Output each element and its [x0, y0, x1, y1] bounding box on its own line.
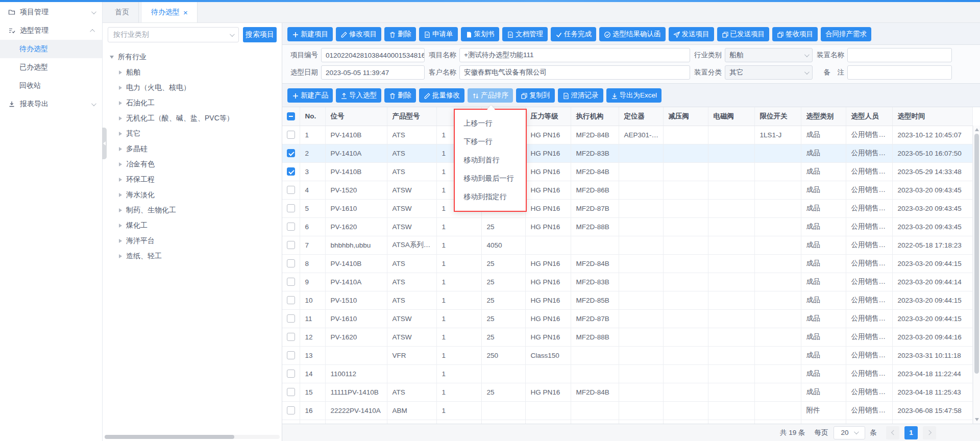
field-input[interactable] [847, 48, 952, 62]
search-project-button[interactable]: 搜索项目 [243, 27, 277, 42]
row-checkbox[interactable] [287, 167, 295, 176]
table-row[interactable]: 2PV-1410AATS125HG PN16MF2D-83B成品公用销售…202… [282, 144, 973, 162]
row-checkbox[interactable] [287, 204, 295, 212]
row-checkbox[interactable] [287, 388, 295, 396]
product-button[interactable]: 批量修改 [419, 88, 464, 103]
row-checkbox[interactable] [287, 370, 295, 378]
project-button[interactable]: 已发送项目 [717, 27, 770, 41]
scrollbar-thumb[interactable] [105, 435, 234, 439]
sidebar-item-1[interactable]: 选型管理 [0, 21, 102, 40]
context-menu-item[interactable]: 上移一行 [455, 114, 526, 132]
context-menu-item[interactable]: 移动到最后一行 [455, 169, 526, 187]
table-row[interactable]: 4PV-1520ATSW125HG PN16MF2D-86B成品公用销售…202… [282, 181, 973, 199]
table-row[interactable]: 12PV-1620ATSW125HG PN16MF2D-88B成品公用销售…20… [282, 328, 973, 346]
next-page-button[interactable] [923, 426, 936, 439]
table-row[interactable]: 13VFR1250Class150成品公用销售…2023-03-31 10:11… [282, 346, 973, 364]
page-number-button[interactable]: 1 [904, 426, 918, 439]
scrollbar-thumb[interactable] [974, 134, 979, 374]
project-button[interactable]: 新建项目 [287, 27, 333, 41]
tree-node[interactable]: 石油化工 [108, 95, 277, 111]
field-input[interactable]: 安徽春辉电气设备有限公司 [459, 65, 690, 80]
context-menu-item[interactable]: 下移一行 [455, 132, 526, 151]
table-row[interactable]: 11PV-1610ATSW125HG PN16MF2D-87B成品公用销售…20… [282, 309, 973, 328]
project-button[interactable]: 发送项目 [669, 27, 714, 41]
sidebar-subitem[interactable]: 已办选型 [0, 58, 102, 77]
tab-inactive[interactable]: 首页 [106, 2, 139, 22]
sidebar-subitem[interactable]: 待办选型 [0, 40, 102, 58]
product-button[interactable]: 新建产品 [287, 88, 333, 103]
project-button[interactable]: 策划书 [461, 27, 500, 41]
row-checkbox[interactable] [287, 296, 295, 304]
product-button[interactable]: 删除 [384, 88, 416, 103]
row-checkbox[interactable] [287, 259, 295, 267]
project-button[interactable]: 合同排产需求 [821, 27, 871, 41]
row-checkbox[interactable] [287, 223, 295, 231]
row-checkbox[interactable] [287, 278, 295, 286]
table-row[interactable]: 1PV-1410BATS125HG PN16MF2D-84BAEP301-…1L… [282, 126, 973, 144]
tree-node[interactable]: 其它 [108, 126, 277, 141]
product-button[interactable]: 导出为Excel [606, 88, 662, 103]
table-row[interactable]: 3PV-1410BATS125HG PN16MF2D-84B成品公用销售…202… [282, 162, 973, 181]
sidebar-collapse-handle[interactable] [102, 128, 107, 159]
prev-page-button[interactable] [886, 426, 899, 439]
product-button[interactable]: 澄清记录 [558, 88, 603, 103]
table-vertical-scrollbar[interactable] [973, 126, 980, 424]
tree-node[interactable]: 冶金有色 [108, 157, 277, 172]
product-button[interactable]: 产品排序 [468, 88, 513, 103]
project-button[interactable]: 修改项目 [336, 27, 381, 41]
tree-node[interactable]: 电力（火电、核电） [108, 80, 277, 95]
product-button[interactable]: 导入选型 [336, 88, 381, 103]
tree-node-root[interactable]: 所有行业 [108, 50, 277, 65]
row-checkbox[interactable] [287, 186, 295, 194]
tree-node[interactable]: 无机化工（酸、碱、盐、PVC等） [108, 111, 277, 126]
field-input[interactable]: 2023-05-05 11:39:47 [321, 65, 425, 80]
project-button[interactable]: 文档管理 [502, 27, 548, 41]
project-button[interactable]: 签收项目 [772, 27, 818, 41]
sidebar-item-0[interactable]: 项目管理 [0, 3, 102, 21]
tree-horizontal-scrollbar[interactable] [105, 435, 280, 439]
scroll-down-arrow[interactable] [975, 418, 979, 421]
tree-node[interactable]: 制药、生物化工 [108, 203, 277, 218]
field-select[interactable]: 船舶 [725, 48, 813, 62]
field-input[interactable]: 01202204281038440001534816 [321, 48, 425, 62]
table-row[interactable]: 5PV-1610ATSW125HG PN16MF2D-87B成品公用销售…202… [282, 199, 973, 217]
table-row[interactable]: 1511111PV-1410BATS125HG PN16MF2D-84B成品公用… [282, 383, 973, 401]
context-menu-item[interactable]: 移动到指定行 [455, 187, 526, 206]
close-icon[interactable]: × [183, 9, 188, 16]
table-row[interactable]: 1622222PV-1410AABM1附件公用销售…2023-06-08 15:… [282, 401, 973, 420]
field-select[interactable]: 其它 [725, 65, 813, 80]
tree-node[interactable]: 船舶 [108, 65, 277, 80]
select-all-checkbox[interactable] [287, 112, 295, 120]
sidebar-item-2[interactable]: 报表导出 [0, 95, 102, 113]
industry-filter-select[interactable]: 按行业类别 [108, 27, 239, 42]
field-input[interactable]: +测试待办选型功能111 [459, 48, 690, 62]
table-row[interactable]: 1411001121成品公用销售…2023-04-18 11:22:44 [282, 364, 973, 383]
tree-node[interactable]: 煤化工 [108, 218, 277, 233]
page-size-select[interactable]: 20 [834, 426, 865, 439]
row-checkbox[interactable] [287, 351, 295, 359]
project-button[interactable]: 删除 [384, 27, 416, 41]
tree-node[interactable]: 海水淡化 [108, 187, 277, 203]
table-row[interactable]: 10PV-1510ATS125HG PN16MF2D-85B成品公用销售…202… [282, 291, 973, 309]
table-row[interactable]: 9PV-1410AATS125HG PN16MF2D-83B成品公用销售…202… [282, 273, 973, 291]
project-button[interactable]: 任务完成 [551, 27, 596, 41]
field-input[interactable] [847, 65, 952, 80]
scroll-up-arrow[interactable] [975, 128, 979, 131]
row-checkbox[interactable] [287, 149, 295, 157]
context-menu-item[interactable]: 移动到首行 [455, 151, 526, 169]
tab-active[interactable]: 待办选型× [142, 2, 198, 22]
table-row[interactable]: 7bhbhbh,ubbuATSA系列…14050成品公用销售…2022-05-1… [282, 236, 973, 254]
row-checkbox[interactable] [287, 131, 295, 139]
project-button[interactable]: 选型结果确认函 [599, 27, 666, 41]
product-button[interactable]: 复制到 [516, 88, 555, 103]
tree-node[interactable]: 环保工程 [108, 172, 277, 187]
sidebar-subitem[interactable]: 回收站 [0, 77, 102, 95]
table-row[interactable]: 8PV-1410BATS125HG PN16MF2D-84B成品公用销售…202… [282, 254, 973, 273]
tree-node[interactable]: 海洋平台 [108, 233, 277, 249]
row-checkbox[interactable] [287, 314, 295, 323]
row-checkbox[interactable] [287, 241, 295, 249]
tree-node[interactable]: 多晶硅 [108, 141, 277, 157]
row-checkbox[interactable] [287, 333, 295, 341]
tree-node[interactable]: 造纸、轻工 [108, 249, 277, 264]
table-row[interactable]: 6PV-1620ATSW125HG PN16MF2D-88B成品公用销售…202… [282, 217, 973, 236]
